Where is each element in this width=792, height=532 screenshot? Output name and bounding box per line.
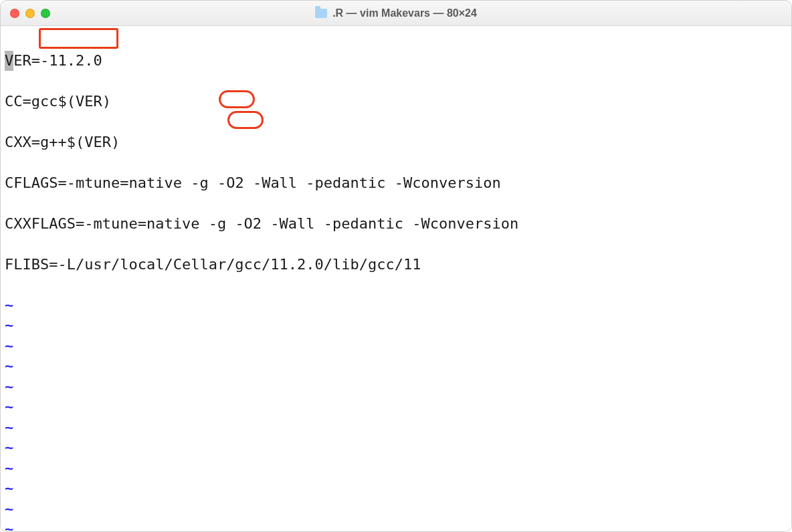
tilde-marker: ~ [5,439,13,456]
text: FLIBS=-L/usr/local/Cellar/gcc/11.2.0/lib… [5,256,421,273]
minimize-button[interactable] [25,9,35,18]
editor-line: CXX=g++$(VER) [5,132,787,153]
vim-empty-line: ~ [5,519,787,532]
vim-cursor: V [5,51,13,72]
tilde-marker: ~ [5,317,13,334]
text: CXX=g++$(VER) [5,134,120,150]
tilde-marker: ~ [5,398,13,415]
folder-icon [315,9,327,18]
window-title-text: .R — vim Makevars — 80×24 [332,7,477,19]
annotation-box [39,28,118,49]
editor-line: FLIBS=-L/usr/local/Cellar/gcc/11.2.0/lib… [5,255,787,275]
tilde-marker: ~ [5,338,13,354]
editor-line: CFLAGS=-mtune=native -g -O2 -Wall -pedan… [5,173,787,194]
vim-empty-line: ~ [5,295,787,316]
zoom-button[interactable] [41,9,50,18]
text: -Wall -pedantic -Wconversion [262,215,518,232]
tilde-marker: ~ [5,419,13,436]
text-annotated: -O2 [235,215,262,232]
text: CXXFLAGS=-mtune=native -g [5,215,235,232]
vim-empty-line: ~ [5,418,787,438]
editor-line: CXXFLAGS=-mtune=native -g -O2 -Wall -ped… [5,214,787,235]
vim-empty-line: ~ [5,438,787,458]
vim-empty-line: ~ [5,499,787,520]
tilde-marker: ~ [5,501,13,517]
text: CC=gcc$(VER) [5,93,111,110]
tilde-marker: ~ [5,480,13,497]
vim-empty-line: ~ [5,336,787,357]
tilde-marker: ~ [5,358,13,374]
window-title: .R — vim Makevars — 80×24 [315,7,477,19]
terminal-window: .R — vim Makevars — 80×24 VER=-11.2.0 CC… [0,0,792,532]
window-titlebar: .R — vim Makevars — 80×24 [1,1,791,26]
terminal-viewport[interactable]: VER=-11.2.0 CC=gcc$(VER) CXX=g++$(VER) C… [1,26,791,532]
annotation-pill [227,111,264,129]
vim-empty-line: ~ [5,458,787,479]
tilde-marker: ~ [5,460,13,477]
vim-empty-line: ~ [5,377,787,398]
editor-line: CC=gcc$(VER) [5,92,787,112]
traffic-lights [10,9,50,18]
text: -Wall -pedantic -Wconversion [244,174,501,191]
vim-empty-line: ~ [5,315,787,336]
text-annotated: -O2 [217,174,244,191]
close-button[interactable] [10,9,19,18]
tilde-marker: ~ [5,521,13,532]
editor-line: VER=-11.2.0 [5,51,787,72]
text: ER=-11.2.0 [13,52,102,69]
tilde-marker: ~ [5,297,13,313]
tilde-marker: ~ [5,378,13,395]
vim-empty-line: ~ [5,479,787,499]
vim-empty-line: ~ [5,397,787,418]
text: CFLAGS=-mtune=native -g [5,174,217,191]
vim-empty-line: ~ [5,356,787,377]
